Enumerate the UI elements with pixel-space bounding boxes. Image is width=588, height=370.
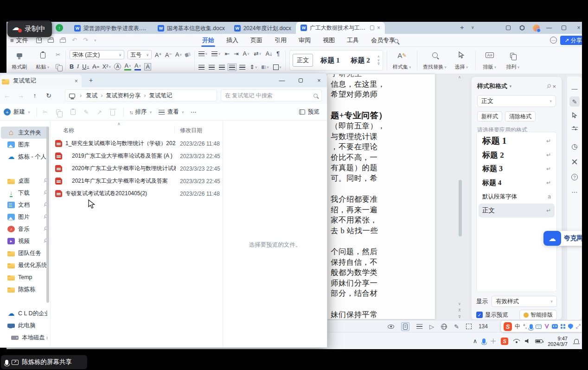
gallery-down-icon[interactable]: ∨: [377, 58, 380, 62]
zoom-value[interactable]: 134: [479, 323, 488, 330]
print-icon[interactable]: [48, 39, 54, 43]
breadcrumb-segment[interactable]: 复试笔记: [149, 92, 179, 100]
upload-status-icon[interactable]: ↑: [56, 24, 63, 32]
screen-share-banner[interactable]: 陈炼栋的屏幕共享: [1, 355, 87, 369]
sidebar-item[interactable]: 最优化系统: [1, 259, 49, 271]
tray-mic-icon[interactable]: [482, 338, 486, 344]
decrease-font-icon[interactable]: A⁻: [165, 51, 172, 58]
close-panel-icon[interactable]: ×: [552, 83, 556, 90]
scroll-up-icon[interactable]: ∧: [458, 75, 461, 79]
explorer-new-tab-icon[interactable]: +: [89, 77, 93, 84]
up-icon[interactable]: ↑: [28, 92, 42, 99]
typeset-button[interactable]: A≡ 排版∨: [479, 49, 500, 72]
paste-button[interactable]: 粘贴∨: [32, 49, 53, 72]
ribbon-tab[interactable]: 插入: [225, 34, 239, 47]
view-button[interactable]: 查看∨: [159, 108, 184, 116]
arrange-button[interactable]: 排列∨: [503, 49, 523, 72]
properties-sliders-icon[interactable]: [569, 123, 580, 134]
copy-command-icon[interactable]: [56, 109, 62, 115]
ime-apps-grid-icon[interactable]: [561, 324, 565, 329]
cut-command-icon[interactable]: ✂: [43, 108, 47, 115]
collaboration-icon[interactable]: ⋯: [550, 37, 557, 44]
paste-command-icon[interactable]: [70, 109, 76, 115]
wifi-icon[interactable]: [513, 339, 520, 344]
align-left-icon[interactable]: [198, 65, 205, 70]
ime-expand-icon[interactable]: ⤢: [576, 323, 581, 330]
sidebar-item[interactable]: 图库: [1, 139, 49, 151]
back-icon[interactable]: ←: [0, 92, 14, 99]
document-tab[interactable]: 国考基本信息收集.docx ×: [153, 23, 230, 34]
breadcrumb-segment[interactable]: 复试资料分享: [106, 92, 149, 100]
ime-skin-icon[interactable]: [544, 324, 549, 329]
pin-panel-icon[interactable]: [547, 83, 550, 90]
line-spacing-icon[interactable]: ⇕∨: [249, 64, 257, 70]
play-presentation-icon[interactable]: ▷: [429, 323, 434, 330]
explorer-tab[interactable]: 复试笔记 ×: [0, 75, 82, 87]
sidebar-item[interactable]: Temp: [1, 271, 49, 283]
quark-drive-button[interactable]: ☁ 夸克网盘: [543, 231, 582, 246]
italic-icon[interactable]: I: [77, 63, 79, 70]
tray-sogou-icon[interactable]: S: [501, 338, 508, 345]
underline-icon[interactable]: U∨: [82, 64, 89, 70]
scrollbar-thumb[interactable]: [459, 180, 462, 236]
distribute-icon[interactable]: [239, 65, 245, 70]
preview-toggle-button[interactable]: 预览: [299, 108, 320, 116]
name-column-header[interactable]: 名称: [63, 127, 74, 134]
new-style-button[interactable]: 新样式: [477, 111, 502, 121]
superscript-icon[interactable]: X²∨: [102, 64, 111, 70]
file-row[interactable]: 专硕复试考试笔试卷20210405(2) 2023/2/26 11:48: [51, 187, 223, 200]
clock[interactable]: 9:47 2024/3/7: [548, 336, 568, 347]
document-tab[interactable]: 2024年度计划.docx ×: [230, 23, 296, 34]
explorer-search-input[interactable]: 在 复试笔记 中搜索: [221, 89, 322, 102]
ribbon-tab[interactable]: 开始: [201, 34, 215, 47]
date-column-header[interactable]: 修改日期: [180, 127, 202, 134]
save-icon[interactable]: [36, 38, 42, 43]
prev-page-icon[interactable]: ⊼: [458, 308, 461, 313]
ime-punctuation-toggle[interactable]: °,: [523, 323, 527, 330]
sidebar-item[interactable]: 此电脑: [1, 319, 49, 332]
forward-icon[interactable]: →: [14, 92, 28, 99]
strikethrough-icon[interactable]: A∨: [92, 64, 99, 70]
document-tab[interactable]: 广工大数据技术与工程复试基 ×: [296, 22, 385, 34]
show-filter-select[interactable]: 有效样式 ∨: [492, 296, 557, 307]
quick-tools-icon[interactable]: [569, 157, 580, 167]
tab-preview-icon[interactable]: [370, 26, 374, 30]
style-list-item[interactable]: 正文 ↵: [479, 204, 555, 217]
format-painter-button[interactable]: 格式刷: [9, 49, 30, 72]
char-shading-icon[interactable]: A: [144, 63, 151, 70]
tab-close-icon[interactable]: ×: [377, 25, 380, 31]
align-center-icon[interactable]: [209, 65, 215, 70]
clear-format-icon[interactable]: [185, 52, 191, 57]
sort-icon[interactable]: A↓: [266, 51, 273, 57]
increase-indent-icon[interactable]: ⇥: [234, 50, 238, 57]
sidebar-item[interactable]: 下载: [1, 187, 49, 199]
more-commands-icon[interactable]: ⋯: [191, 108, 197, 115]
select-button[interactable]: 选择∨: [451, 49, 472, 72]
text-effects-icon[interactable]: A∨: [175, 51, 182, 58]
style-list-item[interactable]: 标题 3 ↵: [479, 162, 555, 176]
new-tab-button[interactable]: +: [460, 23, 464, 31]
document-scrollbar[interactable]: ∧ ∨ ⊼ ⊽: [457, 75, 464, 318]
font-color-icon[interactable]: A∨: [134, 63, 141, 70]
minimize-button[interactable]: —: [545, 24, 553, 32]
align-right-icon[interactable]: [219, 65, 225, 70]
rename-command-icon[interactable]: ✎: [84, 108, 89, 115]
volume-icon[interactable]: [525, 339, 530, 344]
redo-icon[interactable]: ↷: [83, 37, 88, 44]
scroll-down-icon[interactable]: ∨: [458, 302, 461, 306]
ink-pen-icon[interactable]: ✎: [454, 323, 459, 330]
web-layout-icon[interactable]: [441, 324, 447, 330]
shading-icon[interactable]: ∨: [262, 65, 269, 69]
font-size-select[interactable]: 五号∨: [128, 50, 152, 59]
sidebar-item[interactable]: 图片: [1, 211, 49, 223]
selection-pane-icon[interactable]: [569, 110, 580, 121]
breadcrumb[interactable]: › 复试 复试资料分享 复试笔记: [65, 89, 217, 102]
style-list-item[interactable]: 标题 4 ↵: [479, 176, 555, 190]
panel-title-caret-icon[interactable]: ∨: [509, 84, 512, 88]
chart-tools-icon[interactable]: [569, 142, 580, 152]
sidebar-item[interactable]: 音乐: [1, 223, 49, 235]
share-button[interactable]: ↗ 分享: [560, 36, 582, 45]
tab-list-caret-icon[interactable]: ∨: [471, 25, 474, 30]
clear-format-button[interactable]: 清除格式: [505, 111, 536, 121]
ime-mic-icon[interactable]: [530, 324, 533, 329]
